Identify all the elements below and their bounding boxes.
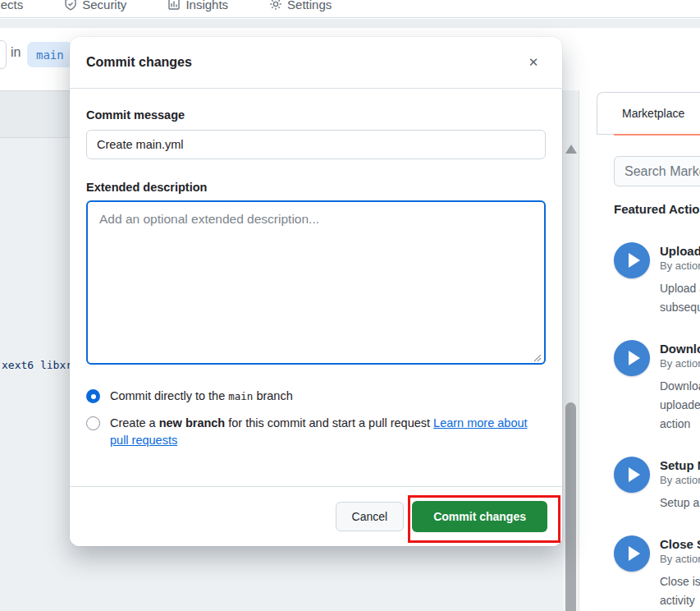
page-divider-strip — [0, 19, 700, 28]
label-text: Create a — [110, 416, 159, 430]
label-text: for this commit and start a pull request — [225, 416, 433, 430]
action-title[interactable]: Download a Build Artifact — [660, 341, 700, 356]
desc-line: action — [660, 415, 700, 434]
action-title[interactable]: Close Stale Issues — [660, 536, 700, 552]
shield-icon — [64, 0, 77, 11]
action-description: Upload a build artifact that can be used… — [660, 279, 700, 317]
desc-line: Setup a Node.js environment and add it t… — [660, 494, 700, 512]
action-play-icon — [614, 535, 650, 572]
graph-icon — [167, 0, 181, 11]
featured-actions-heading: Featured Actions — [614, 202, 700, 216]
radio-commit-direct[interactable]: Commit directly to the main branch — [86, 388, 546, 405]
gear-icon — [269, 0, 282, 11]
desc-line: uploaded in the workflow by the upload-a… — [660, 396, 700, 415]
marketplace-item[interactable]: Setup Node.js environment By actions Set… — [614, 457, 700, 512]
editor-code-fragment: xext6 libxr — [2, 359, 72, 371]
radio-unselected-icon[interactable] — [86, 416, 100, 430]
action-title[interactable]: Setup Node.js environment — [660, 457, 700, 473]
dialog-title: Commit changes — [86, 55, 192, 70]
branch-code: main — [228, 390, 253, 402]
dialog-footer: Cancel Commit changes — [70, 486, 562, 546]
desc-line: Upload a build artifact that can be used… — [660, 279, 700, 298]
scrollbar-up-arrow-icon[interactable] — [565, 145, 577, 154]
nav-item-security[interactable]: Security — [64, 0, 126, 11]
marketplace-item[interactable]: Close Stale Issues By actions Close issu… — [614, 535, 700, 610]
breadcrumb-in-label: in — [11, 45, 21, 60]
commit-message-input[interactable] — [86, 130, 546, 159]
action-author: By actions — [660, 552, 700, 566]
label-text: branch — [253, 389, 292, 402]
nav-label: Security — [82, 0, 126, 11]
action-description: Download a build artifact that was previ… — [660, 377, 700, 434]
desc-line: Download a build artifact that was previ… — [660, 377, 700, 396]
nav-item-projects[interactable]: Projects — [0, 0, 23, 11]
extended-description-label: Extended description — [86, 181, 546, 194]
action-play-icon — [614, 457, 650, 493]
label-text: Commit directly to the — [110, 389, 228, 402]
desc-line: subsequent workflow steps — [660, 298, 700, 317]
marketplace-item[interactable]: Download a Build Artifact By actions Dow… — [614, 340, 700, 434]
nav-label: Insights — [185, 0, 228, 11]
close-icon[interactable]: ✕ — [521, 50, 546, 75]
nav-label: Settings — [287, 0, 332, 11]
resize-handle-icon[interactable] — [533, 353, 542, 362]
dialog-header: Commit changes ✕ — [70, 37, 562, 89]
action-description: Close issues and pull requests with no r… — [660, 572, 700, 610]
page-scrollbar-thumb[interactable] — [565, 402, 576, 611]
commit-changes-dialog: Commit changes ✕ Commit message Extended… — [70, 37, 562, 546]
action-description: Setup a Node.js environment and add it t… — [660, 494, 700, 512]
action-play-icon — [614, 242, 650, 278]
commit-target-options: Commit directly to the main branch Creat… — [86, 388, 546, 449]
action-author: By actions — [660, 473, 700, 487]
marketplace-search-input[interactable] — [614, 156, 700, 186]
branch-name: main — [36, 48, 64, 62]
tab-marketplace[interactable]: Marketplace — [622, 93, 684, 135]
branch-badge: main — [27, 42, 73, 67]
action-play-icon — [614, 340, 650, 376]
action-title[interactable]: Upload a Build Artifact — [660, 243, 700, 259]
commit-message-label: Commit message — [86, 108, 546, 122]
nav-item-insights[interactable]: Insights — [167, 0, 228, 11]
desc-line: activity — [660, 591, 700, 610]
action-author: By actions — [660, 259, 700, 273]
radio-new-branch[interactable]: Create a new branch for this commit and … — [86, 415, 546, 449]
radio-direct-label: Commit directly to the main branch — [110, 388, 293, 405]
dialog-body: Commit message Extended description Comm… — [70, 89, 562, 449]
nav-label: Projects — [0, 0, 23, 11]
marketplace-item[interactable]: Upload a Build Artifact By actions Uploa… — [614, 242, 700, 317]
label-bold: new branch — [159, 416, 226, 430]
radio-new-branch-label: Create a new branch for this commit and … — [110, 415, 528, 449]
action-author: By actions — [660, 356, 700, 370]
page: Projects Security Insights Settings xext… — [0, 0, 700, 611]
extended-description-textarea[interactable] — [86, 200, 546, 365]
desc-line: Close issues and pull requests with no r… — [660, 572, 700, 591]
radio-selected-icon[interactable] — [86, 389, 100, 403]
commit-changes-button[interactable]: Commit changes — [412, 501, 547, 532]
repo-nav: Projects Security Insights Settings — [0, 0, 700, 18]
sidebar-tabbar: Marketplace — [597, 92, 700, 135]
cancel-button[interactable]: Cancel — [336, 502, 405, 531]
filename-input-partial[interactable] — [0, 40, 7, 69]
nav-item-settings[interactable]: Settings — [269, 0, 332, 11]
